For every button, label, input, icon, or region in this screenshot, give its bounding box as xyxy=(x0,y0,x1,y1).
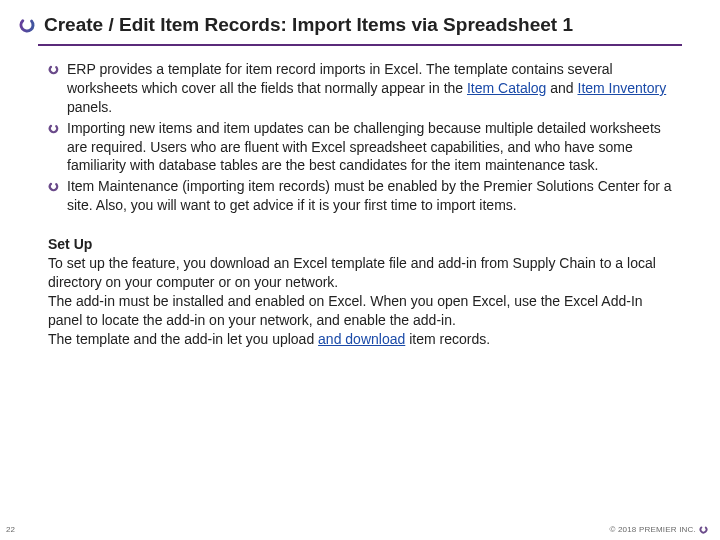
item-inventory-link[interactable]: Item Inventory xyxy=(578,80,667,96)
slide-body: ERP provides a template for item record … xyxy=(0,52,720,354)
bullet-ring-icon xyxy=(48,64,59,75)
list-item: Item Maintenance (importing item records… xyxy=(48,177,676,215)
svg-point-4 xyxy=(699,525,707,533)
header-separator xyxy=(38,44,682,46)
bullet-list: ERP provides a template for item record … xyxy=(48,60,676,215)
text-fragment: panels. xyxy=(67,99,112,115)
slide-footer: 22 © 2018 PREMIER INC. xyxy=(0,525,714,534)
logo-ring-icon xyxy=(18,16,36,34)
svg-point-2 xyxy=(48,123,58,133)
footer-logo-icon xyxy=(699,525,708,534)
list-item: Importing new items and item updates can… xyxy=(48,119,676,176)
bullet-ring-icon xyxy=(48,181,59,192)
slide-header: Create / Edit Item Records: Import Items… xyxy=(0,0,720,44)
svg-point-3 xyxy=(48,182,58,192)
bullet-text: Importing new items and item updates can… xyxy=(67,119,676,176)
page-title: Create / Edit Item Records: Import Items… xyxy=(44,14,573,36)
text-fragment: item records. xyxy=(405,331,490,347)
text-fragment: and xyxy=(546,80,577,96)
bullet-ring-icon xyxy=(48,123,59,134)
setup-heading: Set Up xyxy=(48,235,676,254)
copyright-label: © 2018 PREMIER INC. xyxy=(609,525,696,534)
copyright-text: © 2018 PREMIER INC. xyxy=(609,525,708,534)
setup-paragraph: To set up the feature, you download an E… xyxy=(48,254,676,292)
download-link[interactable]: and download xyxy=(318,331,405,347)
setup-section: Set Up To set up the feature, you downlo… xyxy=(48,235,676,348)
list-item: ERP provides a template for item record … xyxy=(48,60,676,117)
page-number: 22 xyxy=(6,525,15,534)
item-catalog-link[interactable]: Item Catalog xyxy=(467,80,546,96)
setup-paragraph: The template and the add-in let you uplo… xyxy=(48,330,676,349)
svg-point-0 xyxy=(19,17,36,34)
text-fragment: The template and the add-in let you uplo… xyxy=(48,331,318,347)
setup-paragraph: The add-in must be installed and enabled… xyxy=(48,292,676,330)
bullet-text: ERP provides a template for item record … xyxy=(67,60,676,117)
bullet-text: Item Maintenance (importing item records… xyxy=(67,177,676,215)
svg-point-1 xyxy=(48,64,58,74)
